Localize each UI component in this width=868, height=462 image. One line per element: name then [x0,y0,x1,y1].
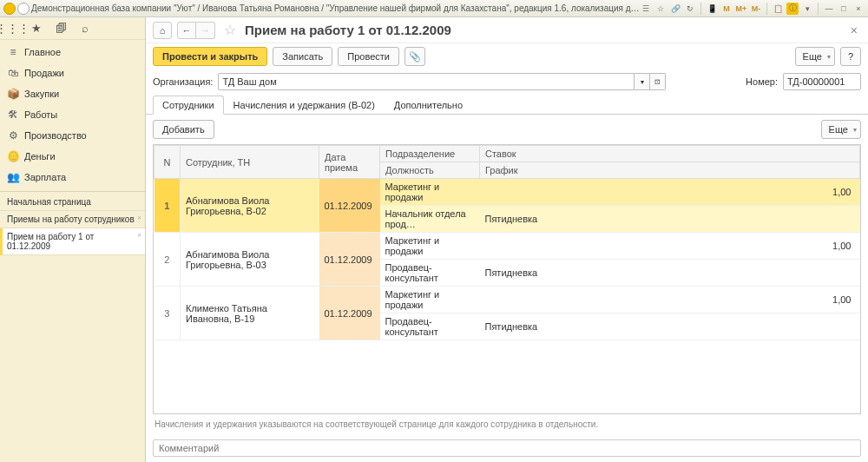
employee-table: N Сотрудник, ТН Дата приема Подразделени… [153,144,861,414]
maximize-icon[interactable]: □ [838,3,850,15]
people-icon: 👥 [7,171,19,183]
org-label: Организация: [153,76,213,87]
write-button[interactable]: Записать [273,47,332,66]
sidebar-toolbar: ⋮⋮⋮ ★ 🗐 ⌕ [0,17,145,40]
sidebar-item-salary[interactable]: 👥Зарплата [0,167,145,188]
history-item-home[interactable]: Начальная страница [0,194,145,211]
menu-icon[interactable]: ☰ [640,3,652,15]
sidebar-item-label: Работы [24,109,57,120]
separator [700,3,701,15]
sidebar-item-label: Зарплата [24,172,66,182]
home-button[interactable]: ⌂ [153,22,172,39]
forward-button[interactable]: → [196,22,215,39]
attach-button[interactable]: 📎 [404,47,425,66]
content-area: ⌂ ← → ☆ Прием на работу 1 от 01.12.2009 … [146,17,868,462]
app-title: Демонстрационная база компании "Уют" / И… [31,3,640,13]
table-row[interactable]: 2Абнагимова Виола Григорьевна, В-0301.12… [155,233,860,260]
search-icon[interactable]: ⌕ [76,20,94,37]
sidebar-item-work[interactable]: 🛠Работы [0,104,145,125]
document-header: ⌂ ← → ☆ Прием на работу 1 от 01.12.2009 … [146,17,868,43]
comment-input[interactable] [153,439,861,457]
col-position[interactable]: Должность [380,162,480,179]
tab-extra[interactable]: Дополнительно [385,96,472,115]
coins-icon: 🪙 [7,150,19,162]
table-more-button[interactable]: Еще [821,120,861,139]
clipboard-tool-icon[interactable]: 🗐 [52,20,69,37]
sidebar-item-money[interactable]: 🪙Деньги [0,146,145,167]
close-icon[interactable]: × [852,3,865,15]
sidebar: ⋮⋮⋮ ★ 🗐 ⌕ ≡Главное 🛍Продажи 📦Закупки 🛠Ра… [0,17,146,462]
header-icon-group: ☰ ☆ 🔗 ↻ 📱 M M+ M- 📋 ⓘ ▾ — □ × [640,3,865,15]
sidebar-item-label: Продажи [24,68,64,78]
close-document[interactable]: × [847,23,861,37]
menu-icon: ≡ [7,46,19,58]
wrench-icon: 🛠 [7,109,19,121]
col-n[interactable]: N [155,146,181,179]
table-toolbar: Добавить Еще [146,115,868,144]
col-employee[interactable]: Сотрудник, ТН [181,146,319,179]
minimize-icon[interactable]: — [823,3,835,15]
link-icon[interactable]: 🔗 [669,3,681,15]
num-input[interactable] [783,73,861,90]
sidebar-item-label: Главное [24,47,61,57]
tab-bar: Сотрудники Начисления и удержания (В-02)… [146,96,868,115]
history-label: Приемы на работу сотрудников [7,214,135,224]
document-title: Прием на работу 1 от 01.12.2009 [245,23,451,37]
col-date[interactable]: Дата приема [319,146,380,179]
back-button[interactable]: ← [177,22,196,39]
m-icon[interactable]: M [720,3,733,15]
open-icon[interactable]: ⊡ [650,73,666,90]
post-button[interactable]: Провести [338,47,399,66]
sidebar-item-production[interactable]: ⚙Производство [0,125,145,146]
col-dept[interactable]: Подразделение [380,146,480,162]
history-item-current[interactable]: Прием на работу 1 от 01.12.2009× [0,228,145,255]
col-rate[interactable]: Ставок [480,146,860,162]
star-icon[interactable]: ☆ [654,3,667,15]
apps-icon[interactable]: ⋮⋮⋮ [3,20,21,37]
cart-icon: 🛍 [7,67,19,79]
lock-icon[interactable]: ⓘ [786,3,799,15]
separator [766,3,767,15]
separator [818,3,819,15]
history-item-hires[interactable]: Приемы на работу сотрудников× [0,211,145,228]
col-schedule[interactable]: График [480,162,860,179]
history-label: Начальная страница [7,197,91,207]
hint-text: Начисления и удержания указываются на со… [146,414,868,434]
org-row: Организация: ▾ ⊡ Номер: [146,69,868,94]
nav-section: ≡Главное 🛍Продажи 📦Закупки 🛠Работы ⚙Прои… [0,40,145,189]
calc-icon[interactable]: 📱 [706,3,718,15]
num-label: Номер: [746,76,778,87]
tab-accruals[interactable]: Начисления и удержания (В-02) [224,96,385,115]
box-icon: 📦 [7,88,19,100]
sidebar-item-main[interactable]: ≡Главное [0,42,145,63]
help-button[interactable]: ? [840,47,861,66]
close-icon[interactable]: × [137,231,141,239]
sidebar-item-label: Производство [24,130,87,141]
post-close-button[interactable]: Провести и закрыть [153,47,267,66]
app-header: Демонстрационная база компании "Уют" / И… [0,0,868,17]
tab-employees[interactable]: Сотрудники [153,96,224,115]
close-icon[interactable]: × [137,214,141,221]
sidebar-item-label: Деньги [24,151,56,162]
add-button[interactable]: Добавить [153,120,214,139]
more-button[interactable]: Еще [795,47,835,66]
sidebar-item-purchases[interactable]: 📦Закупки [0,83,145,104]
org-input[interactable] [218,73,635,90]
clipboard-icon[interactable]: 📋 [772,3,784,15]
m-plus-icon[interactable]: M+ [735,3,747,15]
table-row[interactable]: 1Абнагимова Виола Григорьевна, В-0201.12… [155,179,860,206]
divider [0,191,145,192]
sidebar-item-sales[interactable]: 🛍Продажи [0,63,145,83]
bookmark-icon[interactable]: ☆ [224,22,236,38]
history-icon[interactable]: ↻ [684,3,696,15]
comment-row [146,434,868,462]
table-row[interactable]: 3Клименко Татьяна Ивановна, В-1901.12.20… [155,287,860,314]
traffic-light-icon [3,3,16,15]
m-minus-icon[interactable]: M- [750,3,762,15]
gear-icon: ⚙ [7,129,19,142]
traffic-light-icon [17,3,30,15]
history-label: Прием на работу 1 от 01.12.2009 [7,232,94,251]
favorite-icon[interactable]: ★ [28,20,45,37]
dropdown-icon[interactable]: ▾ [635,73,650,90]
dropdown-icon[interactable]: ▾ [801,3,813,15]
